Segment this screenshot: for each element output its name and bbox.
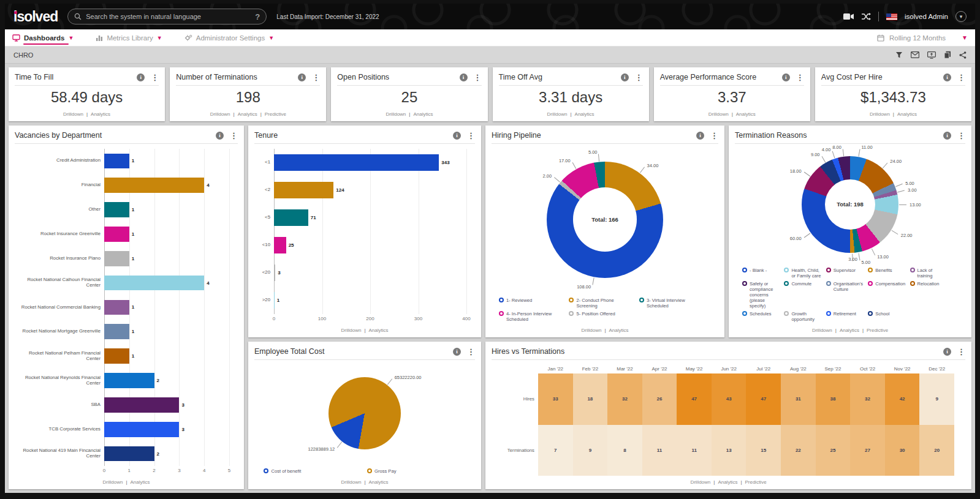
footer-link-drilldown[interactable]: Drilldown [708, 111, 729, 117]
heatmap-cell[interactable]: 11 [677, 425, 712, 476]
bar[interactable] [104, 154, 129, 169]
bar[interactable] [274, 182, 333, 199]
footer-link-predictive[interactable]: Predictive [745, 479, 766, 485]
copy-icon[interactable] [944, 51, 951, 59]
heatmap-cell[interactable]: 42 [885, 373, 920, 425]
heatmap-cell[interactable]: 47 [746, 373, 781, 425]
info-icon[interactable]: i [621, 73, 629, 81]
info-icon[interactable]: i [943, 73, 951, 81]
heatmap-cell[interactable]: 13 [712, 425, 746, 476]
footer-link-analytics[interactable]: Analytics [575, 111, 594, 117]
bar[interactable] [274, 209, 308, 227]
footer-link-drilldown[interactable]: Drilldown [63, 111, 83, 117]
heatmap-cell[interactable]: 32 [607, 373, 642, 425]
present-screen-icon[interactable] [927, 51, 936, 59]
info-icon[interactable]: i [453, 348, 461, 356]
bar[interactable] [104, 446, 154, 462]
footer-link-analytics[interactable]: Analytics [736, 111, 756, 117]
heatmap-cell[interactable]: 9 [919, 373, 954, 425]
info-icon[interactable]: i [943, 348, 951, 356]
heatmap-cell[interactable]: 27 [850, 425, 885, 476]
user-chevron-down-icon[interactable]: ▾ [955, 11, 967, 22]
footer-link-drilldown[interactable]: Drilldown [582, 328, 602, 333]
heatmap-cell[interactable]: 30 [885, 425, 920, 476]
bar[interactable] [274, 292, 275, 309]
us-flag-icon[interactable] [886, 13, 897, 20]
info-icon[interactable]: i [298, 73, 306, 81]
info-icon[interactable]: i [453, 132, 461, 140]
kebab-menu-icon[interactable]: ⋮ [230, 132, 238, 140]
footer-link-analytics[interactable]: Analytics [840, 328, 859, 333]
footer-link-drilldown[interactable]: Drilldown [341, 328, 362, 333]
bar[interactable] [274, 265, 275, 282]
heatmap-cell[interactable]: 20 [919, 425, 954, 476]
info-icon[interactable]: i [782, 73, 790, 81]
footer-link-analytics[interactable]: Analytics [91, 111, 110, 117]
info-icon[interactable]: i [943, 132, 951, 140]
user-menu-label[interactable]: isolved Admin [905, 13, 948, 20]
heatmap-cell[interactable]: 38 [816, 373, 851, 425]
period-selector[interactable]: Rolling 12 Months ▼ [877, 34, 968, 42]
hiring-pipeline-donut-chart[interactable]: Total: 16634.00108.002.0017.005.00 [492, 144, 718, 295]
heatmap-cell[interactable]: 7 [538, 425, 573, 476]
footer-link-analytics[interactable]: Analytics [238, 111, 257, 117]
bar[interactable] [274, 154, 439, 171]
heatmap-cell[interactable]: 43 [712, 373, 746, 425]
kebab-menu-icon[interactable]: ⋮ [957, 73, 965, 81]
shuffle-icon[interactable] [862, 13, 871, 20]
info-icon[interactable]: i [216, 132, 224, 140]
global-search[interactable]: ? [67, 9, 267, 24]
footer-link-drilldown[interactable]: Drilldown [690, 479, 710, 485]
footer-link-predictive[interactable]: Predictive [265, 111, 286, 117]
kebab-menu-icon[interactable]: ⋮ [957, 348, 965, 356]
bar[interactable] [104, 324, 129, 339]
footer-link-drilldown[interactable]: Drilldown [386, 111, 406, 117]
heatmap-cell[interactable]: 22 [781, 425, 816, 476]
heatmap-cell[interactable]: 26 [642, 373, 677, 425]
heatmap-cell[interactable]: 33 [538, 373, 573, 425]
kebab-menu-icon[interactable]: ⋮ [957, 132, 965, 140]
heatmap-cell[interactable]: 15 [746, 425, 781, 476]
footer-link-analytics[interactable]: Analytics [130, 479, 150, 485]
help-icon[interactable]: ? [255, 12, 260, 21]
bar[interactable] [104, 397, 179, 413]
footer-link-analytics[interactable]: Analytics [718, 479, 737, 485]
bar[interactable] [104, 227, 129, 242]
footer-link-analytics[interactable]: Analytics [368, 479, 388, 485]
filter-icon[interactable] [895, 51, 903, 59]
footer-link-analytics[interactable]: Analytics [897, 111, 917, 117]
footer-link-drilldown[interactable]: Drilldown [812, 328, 832, 333]
search-input[interactable] [86, 13, 251, 20]
pie-body[interactable] [329, 377, 401, 449]
kebab-menu-icon[interactable]: ⋮ [796, 73, 804, 81]
bar[interactable] [104, 348, 129, 364]
heatmap-cell[interactable]: 25 [816, 425, 851, 476]
bar[interactable] [104, 202, 129, 217]
footer-link-drilldown[interactable]: Drilldown [103, 479, 123, 485]
nav-metrics-library[interactable]: Metrics Library ▼ [96, 29, 162, 46]
bar[interactable] [274, 237, 286, 254]
bar[interactable] [104, 276, 204, 291]
info-icon[interactable]: i [696, 132, 704, 140]
bar[interactable] [104, 300, 129, 315]
info-icon[interactable]: i [137, 73, 145, 81]
heatmap-cell[interactable]: 9 [573, 425, 608, 476]
kebab-menu-icon[interactable]: ⋮ [635, 73, 643, 81]
kebab-menu-icon[interactable]: ⋮ [467, 132, 475, 140]
footer-link-analytics[interactable]: Analytics [368, 328, 388, 333]
bar[interactable] [104, 422, 179, 437]
video-camera-icon[interactable] [843, 13, 854, 20]
bar[interactable] [104, 251, 129, 266]
kebab-menu-icon[interactable]: ⋮ [467, 348, 475, 356]
bar[interactable] [104, 373, 154, 388]
employee-total-cost-pie-chart[interactable]: 65322220.0012283889.12 [254, 360, 475, 466]
share-icon[interactable] [959, 51, 967, 59]
footer-link-drilldown[interactable]: Drilldown [870, 111, 890, 117]
footer-link-analytics[interactable]: Analytics [609, 328, 628, 333]
footer-link-drilldown[interactable]: Drilldown [341, 479, 362, 485]
kebab-menu-icon[interactable]: ⋮ [151, 73, 159, 81]
termination-reasons-donut-chart[interactable]: Total: 19811.0024.005.003.0013.0022.0013… [735, 144, 965, 265]
info-icon[interactable]: i [460, 73, 468, 81]
heatmap-cell[interactable]: 11 [642, 425, 677, 476]
footer-link-drilldown[interactable]: Drilldown [210, 111, 230, 117]
